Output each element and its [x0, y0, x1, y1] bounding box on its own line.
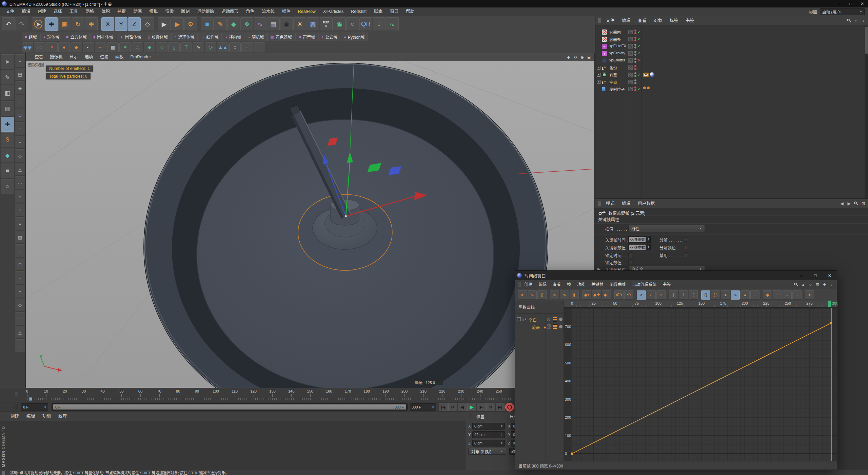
xp-swan-button[interactable]: ∿: [193, 42, 204, 52]
object-name[interactable]: xpFluidFX: [609, 44, 626, 48]
timeline-title-bar[interactable]: 时间线窗口 – □ ✕: [515, 271, 837, 280]
particle-group-tag-icon[interactable]: [643, 87, 646, 89]
mode-2-button[interactable]: ▤: [15, 68, 25, 81]
lock-icon[interactable]: ⊡: [861, 201, 866, 206]
menu-item-脚本[interactable]: 脚本: [370, 7, 386, 16]
object-row-容器[interactable]: +容器✓: [595, 71, 864, 78]
eye-tag-icon[interactable]: [643, 73, 649, 77]
menu-item-功能[interactable]: 功能: [39, 412, 55, 421]
last-tool-move-button[interactable]: ✚: [85, 17, 98, 31]
menu-item-模拟[interactable]: 模拟: [145, 7, 161, 16]
xp-dots-button[interactable]: ◦◦: [95, 42, 106, 52]
layer-chip[interactable]: [628, 37, 633, 41]
mode-11-button[interactable]: ▫: [15, 190, 25, 203]
object-row-空白[interactable]: +L0空白: [595, 78, 864, 86]
track-row-空白[interactable]: −L0空白: [515, 316, 564, 323]
field-button-立方体域[interactable]: ◆立方体域: [63, 33, 90, 41]
move-button[interactable]: ✚: [45, 17, 58, 31]
solo-circle-icon[interactable]: [559, 318, 563, 321]
mode-16-button[interactable]: □: [15, 258, 25, 271]
render-visibility-dot[interactable]: [634, 32, 636, 34]
mode-5-button[interactable]: □: [15, 109, 25, 121]
auto-snap-button[interactable]: ∿: [560, 290, 569, 300]
field-button-球体域[interactable]: ●球体域: [40, 33, 63, 41]
layout-dropdown[interactable]: 启动 (用户) ▼: [820, 8, 865, 15]
menu-item-X-Particles[interactable]: X-Particles: [319, 7, 347, 16]
editor-visibility-dot[interactable]: [634, 79, 636, 81]
object-name[interactable]: xpEmitter: [609, 58, 625, 62]
frame-all-icon[interactable]: ⊞: [815, 282, 820, 287]
character-tool-button[interactable]: ∿: [386, 17, 399, 31]
add-keys-all-button[interactable]: ◆✚: [592, 290, 601, 300]
layer-chip[interactable]: [547, 317, 551, 321]
object-name[interactable]: 容器内: [609, 30, 621, 35]
pan-view-icon[interactable]: ✚: [566, 55, 571, 60]
mode-7-button[interactable]: ▪: [15, 136, 25, 149]
xp-flower-button[interactable]: ✶: [119, 42, 131, 52]
zero-length-button[interactable]: •0: [624, 290, 633, 300]
xp-gem-button[interactable]: ◇: [156, 42, 167, 52]
search-icon[interactable]: [854, 201, 859, 206]
track-row-旋转 . H[interactable]: 旋转 . H: [515, 323, 564, 330]
position-x-field[interactable]: 0 cm▲▼: [472, 423, 505, 430]
menu-item-创建[interactable]: 创建: [34, 7, 50, 16]
previous-frame-button[interactable]: ◀: [458, 403, 467, 412]
layer-chip[interactable]: [628, 80, 633, 84]
editor-visibility-dot[interactable]: [634, 72, 636, 74]
region-tool-button[interactable]: ▯: [537, 290, 547, 300]
object-manager-scrollbar[interactable]: [865, 26, 868, 198]
coordinate-system-button[interactable]: ◇: [141, 17, 154, 31]
menu-item-创建[interactable]: 创建: [521, 281, 535, 289]
auto-tangent-button[interactable]: ∿: [731, 290, 740, 300]
menu-item-运动剪辑系统[interactable]: 运动剪辑系统: [629, 281, 659, 289]
go-to-next-key-button[interactable]: ↻: [486, 403, 495, 412]
field-button-胶囊体域[interactable]: ▯胶囊体域: [145, 33, 171, 41]
mode-10-button[interactable]: ⋯: [15, 176, 25, 189]
viewport-scene[interactable]: 透视视图 Number of emitters: 1 Total live pa…: [26, 61, 594, 388]
field-button-公式域[interactable]: ƒ公式域: [318, 33, 340, 41]
object-row-xpFluidFX[interactable]: ∿xpFluidFX✓: [595, 43, 864, 50]
undo-button[interactable]: ↶: [2, 17, 15, 31]
disabled-cross-icon[interactable]: ✕: [637, 58, 641, 63]
step-interpolation-button[interactable]: ⌐: [647, 290, 656, 300]
menu-item-捕捉[interactable]: 捕捉: [114, 7, 130, 16]
expand-icon[interactable]: +: [597, 80, 600, 84]
editor-visibility-dot[interactable]: [634, 44, 636, 46]
xp-add-orange-button[interactable]: ●: [58, 42, 70, 52]
menu-item-编辑[interactable]: 编辑: [535, 281, 550, 289]
psr-reset-button[interactable]: PSR 0: [320, 17, 333, 31]
layer-chip[interactable]: [628, 51, 633, 56]
mode-13-button[interactable]: ≡: [15, 217, 25, 230]
xp-crystal-button[interactable]: ◆: [144, 42, 155, 52]
menu-item-编辑[interactable]: 编辑: [18, 7, 34, 16]
layer-chip[interactable]: [628, 73, 633, 77]
editor-visibility-dot[interactable]: [634, 37, 636, 39]
minimize-button[interactable]: –: [794, 271, 808, 280]
add-cube-button[interactable]: ■: [201, 17, 214, 31]
scrollbar-thumb[interactable]: [865, 27, 868, 54]
layer-chip[interactable]: [628, 30, 633, 34]
object-row-备份[interactable]: +L0备份: [595, 64, 864, 71]
add-key-button[interactable]: ◆+: [582, 290, 591, 300]
mode-1-button[interactable]: ≡: [15, 54, 25, 67]
field-button-圆柱体域[interactable]: ▮圆柱体域: [90, 33, 116, 41]
timeline-window[interactable]: 时间线窗口 – □ ✕ 创建编辑查看帧功能关键帧函数曲线运动剪辑系统书签 ▲○⊞…: [515, 270, 837, 470]
clip-tool-button[interactable]: ▮: [570, 290, 579, 300]
object-row-xpGravity[interactable]: YxpGravity✓: [595, 50, 864, 57]
menu-item-选项[interactable]: 选项: [81, 53, 97, 61]
paint-tool-button[interactable]: ✎: [1, 70, 14, 85]
object-row-发射粒子[interactable]: 发射粒子✓: [595, 86, 864, 93]
menu-item-关键帧[interactable]: 关键帧: [588, 281, 607, 289]
menu-item-文件[interactable]: 文件: [2, 7, 18, 16]
enabled-check-icon[interactable]: ✓: [637, 72, 641, 77]
sky-object-button[interactable]: ▩: [307, 17, 319, 31]
key-time-field[interactable]: <<多重数 ▲▼: [628, 236, 651, 243]
mode-15-button[interactable]: ∴: [15, 244, 25, 257]
close-button[interactable]: ✕: [856, 0, 868, 7]
layer-chip[interactable]: [628, 58, 633, 63]
floor-object-button[interactable]: ▦: [267, 17, 280, 31]
grip-handle[interactable]: [28, 55, 31, 60]
teal-tool-button[interactable]: ◆: [1, 148, 14, 163]
menu-item-创建[interactable]: 创建: [7, 412, 23, 421]
menu-item-查看[interactable]: 查看: [31, 53, 46, 61]
